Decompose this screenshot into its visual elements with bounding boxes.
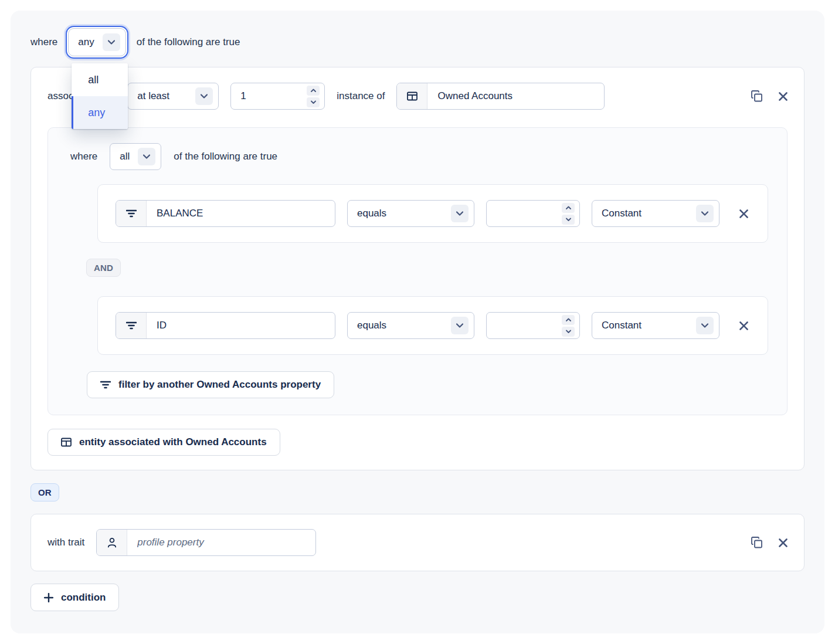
quantifier-value: at least bbox=[137, 90, 169, 102]
value-source-value: Constant bbox=[602, 320, 641, 331]
person-outline-icon bbox=[97, 530, 127, 555]
close-icon[interactable] bbox=[779, 92, 788, 101]
association-header-row: associated with at least instance of bbox=[47, 83, 788, 110]
property-select[interactable]: BALANCE bbox=[116, 200, 335, 227]
value-input[interactable] bbox=[496, 320, 549, 331]
value-source-value: Constant bbox=[602, 208, 641, 219]
nested-operator-value: all bbox=[120, 151, 130, 162]
trait-condition-card: with trait bbox=[30, 514, 805, 571]
property-name: BALANCE bbox=[147, 201, 213, 226]
operator-menu-item-any[interactable]: any bbox=[72, 96, 128, 129]
add-condition-label: condition bbox=[61, 592, 106, 604]
trait-property-field[interactable] bbox=[96, 529, 316, 556]
quantifier-select[interactable]: at least bbox=[127, 83, 219, 110]
value-stepper-buttons bbox=[562, 203, 575, 225]
filter-lines-icon bbox=[116, 201, 147, 226]
property-select[interactable]: ID bbox=[116, 312, 335, 339]
entity-name: Owned Accounts bbox=[427, 83, 522, 109]
nested-operator-select[interactable]: all bbox=[110, 143, 161, 170]
value-input[interactable] bbox=[496, 208, 549, 219]
or-badge-row: OR bbox=[30, 483, 805, 501]
add-filter-row: filter by another Owned Accounts propert… bbox=[87, 371, 768, 398]
trait-card-actions bbox=[751, 537, 788, 548]
close-icon[interactable] bbox=[739, 209, 748, 218]
chevron-down-icon bbox=[696, 205, 714, 222]
add-entity-row: entity associated with Owned Accounts bbox=[47, 429, 788, 456]
add-property-filter-button[interactable]: filter by another Owned Accounts propert… bbox=[87, 371, 334, 398]
instance-of-label: instance of bbox=[337, 90, 385, 102]
chevron-up-icon[interactable] bbox=[562, 315, 575, 325]
value-source-select[interactable]: Constant bbox=[592, 312, 719, 339]
duplicate-icon[interactable] bbox=[751, 537, 762, 548]
audience-builder: where any all any of the following are t… bbox=[0, 0, 835, 644]
chevron-down-icon bbox=[451, 317, 469, 334]
filter-lines-icon bbox=[116, 313, 147, 338]
value-stepper bbox=[486, 200, 580, 227]
root-operator-row: where any all any of the following are t… bbox=[30, 28, 805, 56]
entity-select[interactable]: Owned Accounts bbox=[396, 83, 605, 110]
add-condition-row: condition bbox=[30, 584, 805, 611]
chevron-down-icon[interactable] bbox=[307, 97, 320, 107]
duplicate-icon[interactable] bbox=[751, 90, 762, 102]
chevron-down-icon bbox=[451, 205, 469, 222]
add-property-filter-label: filter by another Owned Accounts propert… bbox=[118, 379, 321, 391]
filter-row-id: ID equals bbox=[97, 296, 768, 355]
root-operator-select[interactable]: any bbox=[68, 28, 125, 56]
add-associated-entity-label: entity associated with Owned Accounts bbox=[79, 436, 267, 448]
value-stepper bbox=[486, 312, 580, 339]
condition-builder-panel: where any all any of the following are t… bbox=[11, 11, 824, 633]
chevron-down-icon bbox=[696, 317, 714, 334]
where-label: where bbox=[30, 36, 57, 48]
comparator-select[interactable]: equals bbox=[347, 312, 474, 339]
chevron-down-icon[interactable] bbox=[562, 327, 575, 337]
filter-row-balance: BALANCE equals bbox=[97, 184, 768, 243]
instance-count-input[interactable] bbox=[240, 90, 293, 102]
where-label: where bbox=[70, 151, 97, 162]
value-stepper-buttons bbox=[562, 315, 575, 337]
operator-menu-item-all[interactable]: all bbox=[72, 63, 128, 96]
plus-icon bbox=[44, 593, 53, 602]
and-badge: AND bbox=[86, 259, 121, 277]
instance-count-stepper bbox=[230, 83, 325, 110]
following-true-label: of the following are true bbox=[174, 151, 277, 162]
chevron-down-icon[interactable] bbox=[562, 215, 575, 225]
comparator-value: equals bbox=[357, 320, 386, 331]
chevron-up-icon[interactable] bbox=[307, 86, 320, 96]
property-name: ID bbox=[147, 313, 176, 338]
comparator-value: equals bbox=[357, 208, 386, 219]
filter-lines-icon bbox=[100, 380, 111, 389]
chevron-down-icon bbox=[138, 148, 155, 165]
add-associated-entity-button[interactable]: entity associated with Owned Accounts bbox=[47, 429, 280, 456]
chevron-up-icon[interactable] bbox=[562, 203, 575, 213]
or-badge: OR bbox=[30, 483, 59, 501]
following-true-label: of the following are true bbox=[137, 36, 240, 48]
nested-operator-row: where all of the following are true bbox=[70, 143, 768, 170]
with-trait-label: with trait bbox=[47, 537, 84, 548]
root-operator-dropdown: any all any bbox=[68, 28, 125, 56]
close-icon[interactable] bbox=[779, 538, 788, 547]
operator-menu: all any bbox=[72, 63, 128, 129]
association-card-actions bbox=[751, 90, 788, 102]
comparator-select[interactable]: equals bbox=[347, 200, 474, 227]
trait-property-input[interactable] bbox=[127, 530, 315, 555]
chevron-down-icon bbox=[103, 33, 120, 51]
value-source-select[interactable]: Constant bbox=[592, 200, 719, 227]
root-operator-value: any bbox=[78, 36, 94, 48]
and-badge-row: AND bbox=[86, 259, 768, 277]
association-condition-card: associated with at least instance of bbox=[30, 67, 805, 470]
add-condition-button[interactable]: condition bbox=[30, 584, 119, 611]
close-icon[interactable] bbox=[739, 321, 748, 330]
table-grid-icon bbox=[61, 438, 72, 447]
table-grid-icon bbox=[397, 83, 427, 109]
chevron-down-icon bbox=[195, 87, 213, 105]
count-stepper-buttons bbox=[307, 86, 320, 107]
nested-filter-group: where all of the following are true bbox=[47, 127, 788, 415]
